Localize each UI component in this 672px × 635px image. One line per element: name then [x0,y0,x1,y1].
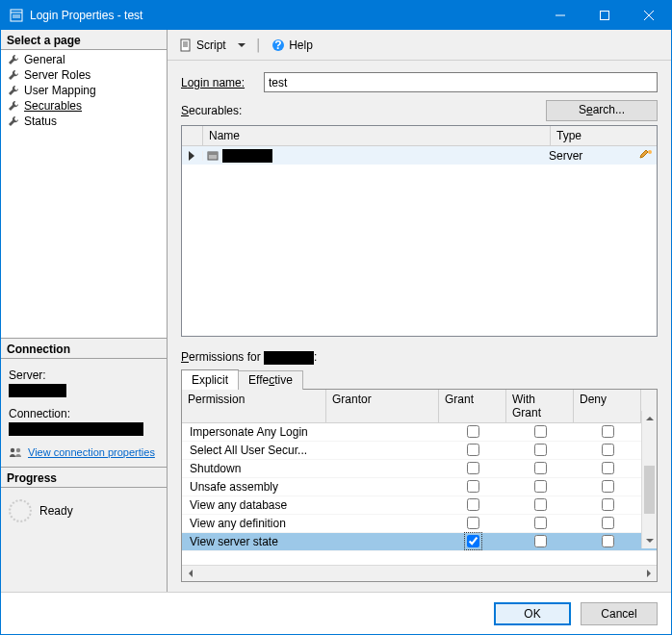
toolbar: Script │ ? Help [168,30,671,61]
horizontal-scrollbar[interactable] [182,565,657,581]
vertical-scrollbar[interactable] [641,411,657,548]
permission-row[interactable]: View any database [182,496,657,515]
grant-checkbox[interactable] [467,535,479,547]
col-deny[interactable]: Deny [574,390,641,422]
window-title: Login Properties - test [30,9,538,22]
deny-checkbox[interactable] [602,462,614,474]
securable-type: Server [545,149,635,163]
page-server-roles[interactable]: Server Roles [3,67,165,83]
page-user-mapping[interactable]: User Mapping [3,83,165,98]
script-dropdown[interactable] [234,39,249,51]
deny-checkbox[interactable] [602,444,614,456]
with-grant-checkbox[interactable] [534,462,547,474]
permission-row[interactable]: View server state [182,533,657,551]
connection-value-redacted [9,422,143,436]
tab-explicit[interactable]: Explicit [181,369,239,390]
permission-name: Shutdown [182,462,326,475]
wrench-icon [7,114,20,128]
permission-name: View any definition [182,517,326,530]
titlebar[interactable]: Login Properties - test [1,1,671,30]
col-grant[interactable]: Grant [439,390,506,422]
login-name-input[interactable] [264,72,658,92]
permission-row[interactable]: Select All User Secur... [182,442,657,460]
close-button[interactable] [627,1,671,30]
with-grant-checkbox[interactable] [534,517,547,529]
main-panel: Script │ ? Help Login name: Securables: … [168,30,671,592]
wrench-icon [7,99,20,113]
scroll-right-icon[interactable] [640,570,657,577]
minimize-button[interactable] [538,1,582,30]
search-button[interactable]: Search... [546,100,658,121]
with-grant-checkbox[interactable] [534,535,547,547]
dialog-footer: OK Cancel [1,592,671,634]
permissions-target-redacted [264,351,314,365]
grant-checkbox[interactable] [467,480,479,493]
scroll-down-icon[interactable] [642,532,657,548]
script-button[interactable]: Script [175,37,230,54]
securables-grid[interactable]: Name Type Server [181,125,658,337]
grant-checkbox[interactable] [467,444,479,456]
wrench-icon [7,68,20,82]
permission-row[interactable]: Shutdown [182,460,657,478]
svg-rect-10 [181,39,190,51]
select-page-header: Select a page [1,30,167,50]
server-label: Server: [9,368,159,382]
svg-rect-17 [208,152,218,155]
view-connection-properties-link[interactable]: View connection properties [28,446,155,458]
server-icon [207,150,219,162]
permission-row[interactable]: Impersonate Any Login [182,423,657,442]
cancel-button[interactable]: Cancel [581,602,658,625]
permissions-grid[interactable]: Permission Grantor Grant With Grant Deny… [181,389,658,582]
grant-checkbox[interactable] [467,462,479,474]
permission-row[interactable]: Unsafe assembly [182,478,657,496]
page-status[interactable]: Status [3,114,165,129]
tab-effective[interactable]: Effective [238,370,303,391]
securables-label: Securables: [181,104,242,117]
connection-properties-icon [9,445,22,459]
svg-text:?: ? [275,38,282,52]
scroll-thumb[interactable] [644,466,655,514]
deny-checkbox[interactable] [602,535,614,547]
col-name[interactable]: Name [203,126,551,145]
deny-checkbox[interactable] [602,425,614,438]
wrench-icon [7,53,20,66]
server-value-redacted [9,384,66,397]
row-indicator-icon [182,151,203,161]
with-grant-checkbox[interactable] [534,425,547,438]
deny-checkbox[interactable] [602,517,614,529]
page-list: General Server Roles User Mapping Secura… [1,50,167,339]
with-grant-checkbox[interactable] [534,444,547,456]
col-with-grant[interactable]: With Grant [506,390,574,422]
permission-name: View server state [182,535,326,548]
with-grant-checkbox[interactable] [534,498,547,511]
progress-panel: Ready [1,488,167,592]
securable-name-redacted [222,149,272,163]
col-type[interactable]: Type [551,126,657,145]
row-action-icon[interactable] [635,149,657,163]
scroll-left-icon[interactable] [182,570,198,577]
grant-checkbox[interactable] [467,517,479,529]
permission-name: View any database [182,498,326,512]
grant-checkbox[interactable] [467,425,479,438]
deny-checkbox[interactable] [602,480,614,493]
svg-point-18 [648,150,652,154]
col-grantor[interactable]: Grantor [326,390,439,422]
page-securables[interactable]: Securables [3,98,165,114]
maximize-button[interactable] [582,1,627,30]
securables-row[interactable]: Server [182,146,657,165]
progress-status: Ready [39,504,73,518]
col-permission[interactable]: Permission [182,390,326,422]
app-icon [9,8,24,23]
deny-checkbox[interactable] [602,498,614,511]
help-button[interactable]: ? Help [268,37,317,54]
scroll-up-icon[interactable] [642,411,657,427]
with-grant-checkbox[interactable] [534,480,547,493]
progress-header: Progress [1,468,167,488]
svg-rect-5 [601,12,609,20]
ok-button[interactable]: OK [494,602,571,625]
permission-name: Unsafe assembly [182,480,326,494]
grant-checkbox[interactable] [467,498,479,511]
permission-row[interactable]: View any definition [182,515,657,533]
page-general[interactable]: General [3,52,165,67]
connection-header: Connection [1,339,167,359]
